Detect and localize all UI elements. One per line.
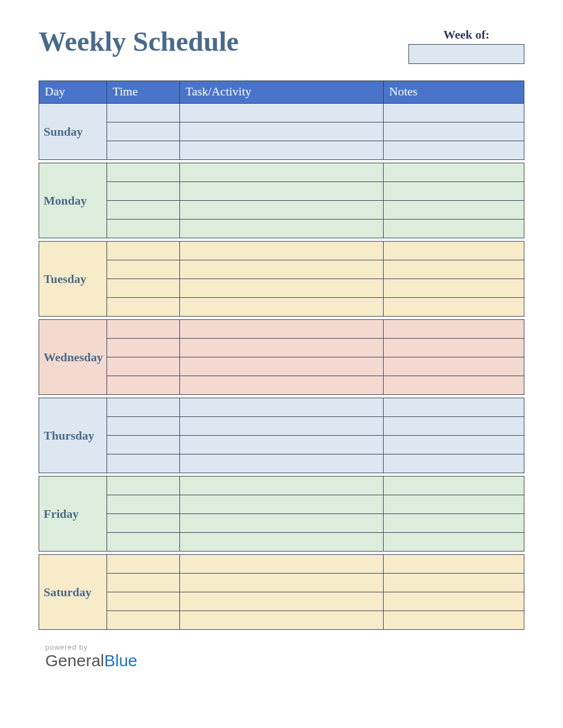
- task-cell[interactable]: [179, 279, 383, 298]
- task-cell[interactable]: [179, 339, 383, 357]
- task-cell[interactable]: [179, 592, 383, 611]
- notes-cell[interactable]: [384, 163, 524, 182]
- task-cell[interactable]: [179, 611, 383, 630]
- notes-cell[interactable]: [384, 495, 524, 514]
- notes-cell[interactable]: [384, 298, 524, 317]
- time-cell[interactable]: [107, 533, 180, 552]
- time-cell[interactable]: [107, 163, 180, 182]
- task-cell[interactable]: [179, 495, 383, 514]
- task-cell[interactable]: [179, 122, 383, 141]
- time-cell[interactable]: [107, 417, 180, 436]
- notes-cell[interactable]: [384, 357, 524, 376]
- week-of-label: Week of:: [443, 28, 490, 42]
- notes-cell[interactable]: [384, 436, 524, 454]
- table-row: [39, 279, 524, 298]
- table-row: [39, 611, 524, 630]
- task-cell[interactable]: [179, 555, 383, 574]
- time-cell[interactable]: [107, 376, 180, 395]
- notes-cell[interactable]: [384, 122, 524, 141]
- time-cell[interactable]: [107, 339, 180, 357]
- time-cell[interactable]: [107, 242, 180, 260]
- task-cell[interactable]: [179, 376, 383, 395]
- table-row: [39, 260, 524, 279]
- table-row: Monday: [39, 163, 524, 182]
- notes-cell[interactable]: [384, 320, 524, 339]
- table-row: [39, 495, 524, 514]
- table-row: [39, 417, 524, 436]
- day-cell: Thursday: [39, 398, 107, 473]
- time-cell[interactable]: [107, 357, 180, 376]
- time-cell[interactable]: [107, 495, 180, 514]
- notes-cell[interactable]: [384, 574, 524, 592]
- notes-cell[interactable]: [384, 592, 524, 611]
- table-row: [39, 574, 524, 592]
- task-cell[interactable]: [179, 242, 383, 260]
- task-cell[interactable]: [179, 182, 383, 201]
- notes-cell[interactable]: [384, 182, 524, 201]
- time-cell[interactable]: [107, 298, 180, 317]
- task-cell[interactable]: [179, 298, 383, 317]
- time-cell[interactable]: [107, 574, 180, 592]
- notes-cell[interactable]: [384, 141, 524, 160]
- time-cell[interactable]: [107, 514, 180, 533]
- task-cell[interactable]: [179, 320, 383, 339]
- notes-cell[interactable]: [384, 201, 524, 220]
- task-cell[interactable]: [179, 454, 383, 473]
- notes-cell[interactable]: [384, 220, 524, 238]
- table-row: [39, 339, 524, 357]
- notes-cell[interactable]: [384, 279, 524, 298]
- task-cell[interactable]: [179, 533, 383, 552]
- task-cell[interactable]: [179, 398, 383, 417]
- time-cell[interactable]: [107, 279, 180, 298]
- time-cell[interactable]: [107, 398, 180, 417]
- time-cell[interactable]: [107, 141, 180, 160]
- task-cell[interactable]: [179, 514, 383, 533]
- time-cell[interactable]: [107, 477, 180, 495]
- notes-cell[interactable]: [384, 454, 524, 473]
- notes-cell[interactable]: [384, 242, 524, 260]
- time-cell[interactable]: [107, 201, 180, 220]
- task-cell[interactable]: [179, 104, 383, 122]
- task-cell[interactable]: [179, 477, 383, 495]
- task-cell[interactable]: [179, 436, 383, 454]
- time-cell[interactable]: [107, 182, 180, 201]
- task-cell[interactable]: [179, 163, 383, 182]
- time-cell[interactable]: [107, 260, 180, 279]
- notes-cell[interactable]: [384, 611, 524, 630]
- time-cell[interactable]: [107, 611, 180, 630]
- time-cell[interactable]: [107, 220, 180, 238]
- brand-part2: Blue: [104, 651, 137, 670]
- task-cell[interactable]: [179, 201, 383, 220]
- col-header-task: Task/Activity: [179, 81, 383, 104]
- time-cell[interactable]: [107, 320, 180, 339]
- day-cell: Monday: [39, 163, 107, 238]
- notes-cell[interactable]: [384, 398, 524, 417]
- notes-cell[interactable]: [384, 555, 524, 574]
- table-row: Tuesday: [39, 242, 524, 260]
- table-row: [39, 592, 524, 611]
- notes-cell[interactable]: [384, 533, 524, 552]
- notes-cell[interactable]: [384, 376, 524, 395]
- table-row: [39, 376, 524, 395]
- time-cell[interactable]: [107, 436, 180, 454]
- time-cell[interactable]: [107, 592, 180, 611]
- task-cell[interactable]: [179, 417, 383, 436]
- time-cell[interactable]: [107, 122, 180, 141]
- notes-cell[interactable]: [384, 417, 524, 436]
- notes-cell[interactable]: [384, 260, 524, 279]
- task-cell[interactable]: [179, 220, 383, 238]
- notes-cell[interactable]: [384, 514, 524, 533]
- week-of-input[interactable]: [408, 44, 524, 64]
- task-cell[interactable]: [179, 260, 383, 279]
- notes-cell[interactable]: [384, 104, 524, 122]
- task-cell[interactable]: [179, 357, 383, 376]
- time-cell[interactable]: [107, 454, 180, 473]
- week-of-block: Week of:: [408, 28, 524, 64]
- time-cell[interactable]: [107, 555, 180, 574]
- time-cell[interactable]: [107, 104, 180, 122]
- table-header-row: Day Time Task/Activity Notes: [39, 81, 524, 104]
- task-cell[interactable]: [179, 141, 383, 160]
- notes-cell[interactable]: [384, 477, 524, 495]
- notes-cell[interactable]: [384, 339, 524, 357]
- task-cell[interactable]: [179, 574, 383, 592]
